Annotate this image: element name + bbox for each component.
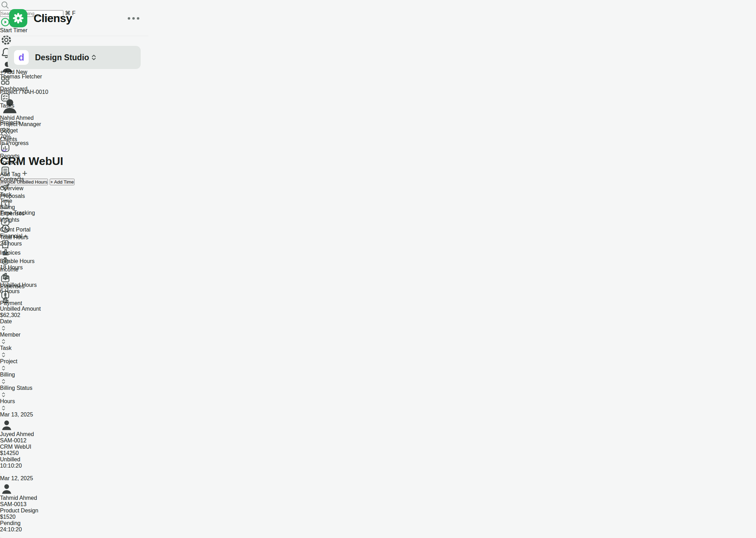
sidebar-item-label: Tasks bbox=[0, 103, 14, 109]
sidebar-item-tasks[interactable]: Tasks bbox=[0, 92, 148, 109]
clients-icon bbox=[0, 126, 10, 136]
sidebar: Cliensy d Design Studio + Add New Dashbo… bbox=[0, 0, 148, 538]
send-icon bbox=[0, 182, 10, 193]
sidebar-item-label: Income bbox=[0, 267, 18, 273]
sidebar-item-expenses[interactable]: Expenses bbox=[0, 273, 148, 290]
sidebar-item-reports[interactable]: Reports bbox=[0, 143, 148, 159]
sidebar-divider bbox=[0, 36, 148, 36]
sidebar-item-income[interactable]: Income bbox=[0, 256, 148, 273]
projects-icon bbox=[0, 109, 10, 119]
sidebar-item-label: Reports bbox=[0, 153, 20, 159]
clock-icon bbox=[0, 199, 10, 210]
sidebar-item-label: Invoices bbox=[0, 250, 21, 256]
sidebar-item-label: Projects bbox=[0, 119, 20, 125]
sidebar-item-projects[interactable]: Projects bbox=[0, 109, 148, 126]
sidebar-item-label: Proposals bbox=[0, 193, 25, 199]
logo-row: Cliensy bbox=[0, 0, 148, 36]
app-name: Cliensy bbox=[34, 12, 72, 25]
sidebar-item-label: Expenses bbox=[0, 283, 24, 289]
sidebar-item-contracts[interactable]: Contracts bbox=[0, 166, 148, 182]
sidebar-item-label: Clients bbox=[0, 136, 17, 142]
sidebar-item-label: Payment bbox=[0, 300, 22, 306]
add-new-label: Add New bbox=[5, 69, 27, 75]
add-new-button[interactable]: + Add New bbox=[0, 69, 148, 75]
contract-icon bbox=[0, 166, 10, 176]
tools-section-header: Tools + bbox=[0, 159, 148, 166]
money-bag-icon bbox=[0, 256, 10, 267]
financial-section-title: Financial bbox=[0, 233, 22, 239]
financial-section-header: Financial + bbox=[0, 233, 148, 239]
financial-nav: Invoices Income Expenses Payment bbox=[0, 239, 148, 306]
financial-add-icon[interactable]: + bbox=[24, 233, 27, 239]
tasks-icon bbox=[0, 92, 10, 103]
tools-nav: Contracts Proposals Time Tracking Client… bbox=[0, 166, 148, 233]
calendar-check-icon bbox=[0, 216, 10, 227]
sidebar-item-dashboard[interactable]: Dashboard bbox=[0, 75, 148, 92]
reports-icon bbox=[0, 143, 10, 153]
sidebar-item-clients[interactable]: Clients bbox=[0, 126, 148, 143]
workspace-name: Design Studio bbox=[35, 53, 89, 62]
sidebar-item-payment[interactable]: Payment bbox=[0, 290, 148, 306]
dollar-square-icon bbox=[0, 290, 10, 300]
invoice-icon bbox=[0, 239, 10, 250]
sidebar-item-invoices[interactable]: Invoices bbox=[0, 239, 148, 256]
tools-add-icon[interactable]: + bbox=[15, 159, 18, 165]
sidebar-item-client-portal[interactable]: Client Portal bbox=[0, 216, 148, 233]
workspace-icon: d bbox=[14, 50, 29, 65]
sidebar-item-time-tracking[interactable]: Time Tracking bbox=[0, 199, 148, 216]
sidebar-item-proposals[interactable]: Proposals bbox=[0, 182, 148, 199]
sidebar-item-label: Contracts bbox=[0, 176, 24, 182]
sidebar-item-label: Client Portal bbox=[0, 227, 30, 233]
chevron-updown-icon bbox=[89, 53, 98, 62]
sidebar-nav: Dashboard Tasks Projects Clients Reports bbox=[0, 75, 148, 159]
dashboard-icon bbox=[0, 75, 10, 86]
sidebar-item-label: Time Tracking bbox=[0, 210, 35, 216]
wallet-icon bbox=[0, 273, 10, 283]
sidebar-item-label: Dashboard bbox=[0, 86, 27, 92]
sidebar-menu-ellipsis-icon[interactable] bbox=[128, 17, 139, 20]
plus-icon: + bbox=[0, 69, 3, 75]
tools-section-title: Tools bbox=[0, 159, 13, 165]
cliensy-logo-icon bbox=[9, 9, 27, 27]
workspace-switcher[interactable]: d Design Studio bbox=[8, 46, 141, 69]
